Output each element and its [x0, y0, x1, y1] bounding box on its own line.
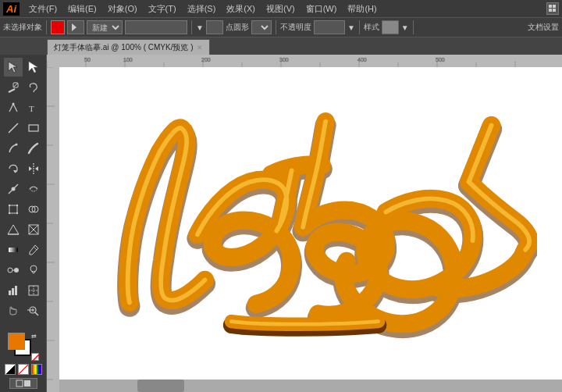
- menu-view[interactable]: 视图(V): [261, 2, 300, 16]
- menu-edit[interactable]: 编辑(E): [63, 2, 101, 16]
- fill-stroke-container: ⇄: [8, 333, 39, 361]
- doc-setup-label[interactable]: 文档设置: [528, 22, 559, 33]
- ruler-left: [47, 67, 59, 392]
- menu-type[interactable]: 文字(T): [144, 2, 181, 16]
- tool-row-6: [4, 159, 43, 178]
- svg-point-25: [16, 212, 17, 214]
- title-bar: Ai 文件(F) 编辑(E) 对象(O) 文字(T) 选择(S) 效果(X) 视…: [0, 0, 562, 17]
- arrange-icon[interactable]: [546, 2, 559, 15]
- svg-rect-51: [24, 380, 30, 387]
- svg-text:500: 500: [436, 57, 445, 62]
- none-color-icon[interactable]: [31, 353, 39, 361]
- default-colors-icon[interactable]: [5, 364, 16, 375]
- tool-row-10: [4, 241, 43, 259]
- opacity-arrow: ▼: [347, 23, 355, 32]
- divider2: [191, 20, 192, 34]
- zoom-tool[interactable]: [24, 301, 43, 320]
- svg-rect-33: [9, 248, 18, 252]
- warp-tool[interactable]: [24, 180, 43, 198]
- none-icon[interactable]: [18, 364, 29, 375]
- svg-point-36: [14, 268, 19, 273]
- svg-point-23: [16, 205, 17, 206]
- panel-icons: [9, 378, 37, 389]
- menu-object[interactable]: 对象(O): [103, 2, 142, 16]
- swap-colors-icon[interactable]: ⇄: [31, 333, 39, 340]
- bar-chart-tool[interactable]: [4, 281, 23, 300]
- svg-line-12: [9, 123, 18, 133]
- tool-row-4: [4, 119, 43, 137]
- svg-text:300: 300: [279, 57, 289, 62]
- perspective-grid-tool[interactable]: [4, 220, 23, 239]
- pen-tool[interactable]: [4, 98, 23, 117]
- style-swatch[interactable]: [382, 20, 399, 34]
- svg-text:T: T: [29, 104, 34, 113]
- svg-point-38: [30, 265, 37, 272]
- screen-mode-icon[interactable]: [9, 378, 37, 389]
- stroke-selector[interactable]: [67, 20, 84, 34]
- svg-rect-0: [549, 5, 552, 8]
- fill-indicator[interactable]: [8, 333, 25, 350]
- pencil-tool[interactable]: [4, 139, 23, 158]
- menu-file[interactable]: 文件(F): [24, 2, 62, 16]
- menu-select[interactable]: 选择(S): [183, 2, 221, 16]
- direct-selection-tool[interactable]: [24, 58, 43, 77]
- reflect-tool[interactable]: [24, 159, 43, 178]
- tool-row-11: [4, 261, 43, 280]
- svg-marker-17: [29, 166, 32, 171]
- blend-tool[interactable]: [4, 261, 23, 280]
- mesh-tool[interactable]: [24, 220, 43, 239]
- menu-help[interactable]: 帮助(H): [343, 2, 381, 16]
- gradient-tool[interactable]: [4, 241, 23, 259]
- tool-row-3: T: [4, 98, 43, 117]
- menu-effect[interactable]: 效果(X): [222, 2, 260, 16]
- stroke-width-input[interactable]: 5: [206, 20, 223, 34]
- shape-builder-tool[interactable]: [24, 200, 43, 219]
- properties-toolbar: 未选择对象 新建 ▼ 5 点圆形 不透明度 100% ▼ 样式 ▼ 文档设置: [0, 17, 562, 37]
- opacity-input[interactable]: 100%: [314, 20, 345, 34]
- divider: [46, 20, 47, 34]
- svg-rect-50: [16, 380, 23, 387]
- type-tool[interactable]: T: [24, 98, 43, 117]
- svg-rect-41: [15, 286, 17, 295]
- color-mode-row: [5, 364, 42, 375]
- tool-row-7: [4, 180, 43, 198]
- rect-tool[interactable]: [24, 119, 43, 137]
- svg-point-24: [8, 212, 9, 214]
- svg-rect-3: [553, 9, 556, 12]
- opacity-label: 不透明度: [280, 22, 311, 33]
- symbol-sprayer-tool[interactable]: [24, 261, 43, 280]
- style-arrow: ▼: [401, 23, 409, 32]
- divider4: [359, 20, 360, 34]
- document-tab[interactable]: 灯笼手体临摹.ai @ 100% ( CMYK/预览 ) ✕: [47, 39, 210, 55]
- svg-rect-39: [9, 290, 11, 295]
- canvas-area: 50 100 200 300 400 500: [47, 55, 562, 392]
- shape-dropdown[interactable]: [251, 20, 272, 34]
- rotate-tool[interactable]: [4, 159, 23, 178]
- divider3: [276, 20, 276, 34]
- stroke-color[interactable]: [51, 20, 65, 34]
- selection-tool[interactable]: [4, 58, 23, 77]
- svg-line-46: [35, 312, 38, 315]
- tools-panel: T: [0, 55, 47, 392]
- slice-tool[interactable]: [24, 281, 43, 300]
- lasso-tool[interactable]: [24, 78, 43, 97]
- tab-close-button[interactable]: ✕: [197, 44, 203, 52]
- menu-bar: 文件(F) 编辑(E) 对象(O) 文字(T) 选择(S) 效果(X) 视图(V…: [24, 2, 382, 16]
- horizontal-scrollbar[interactable]: [59, 380, 562, 392]
- scrollbar-thumb[interactable]: [137, 380, 184, 392]
- svg-text:100: 100: [123, 57, 133, 62]
- new-dropdown[interactable]: 新建: [87, 20, 123, 34]
- svg-point-10: [12, 103, 14, 105]
- brush-tool[interactable]: [24, 139, 43, 158]
- width-tool[interactable]: [4, 180, 23, 198]
- hand-tool[interactable]: [4, 301, 23, 320]
- line-tool[interactable]: [4, 119, 23, 137]
- free-transform-tool[interactable]: [4, 200, 23, 219]
- selection-label: 未选择对象: [3, 22, 42, 33]
- eyedropper-tool[interactable]: [24, 241, 43, 259]
- magic-wand-tool[interactable]: [4, 78, 23, 97]
- style-input[interactable]: [125, 20, 187, 34]
- menu-window[interactable]: 窗口(W): [301, 2, 342, 16]
- gradient-icon[interactable]: [31, 364, 42, 375]
- svg-line-49: [32, 354, 40, 362]
